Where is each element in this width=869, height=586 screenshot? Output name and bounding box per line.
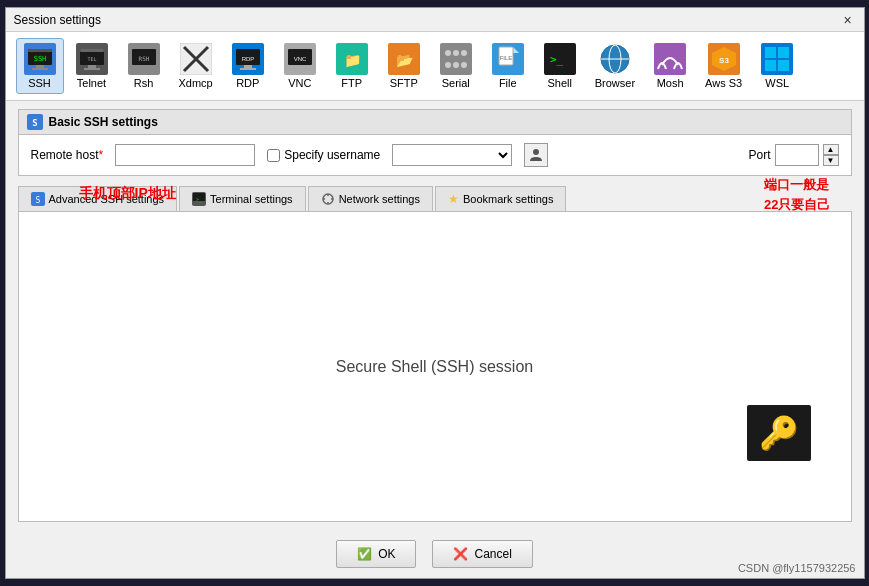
group-body: Remote host* Specify username Port 22 [19, 135, 851, 175]
advanced-tab-icon: S [31, 192, 45, 206]
tool-xdmcp-label: Xdmcp [179, 77, 213, 89]
session-description: Secure Shell (SSH) session [336, 358, 533, 376]
tool-mosh[interactable]: Mosh [646, 38, 694, 94]
tool-vnc[interactable]: VNC VNC [276, 38, 324, 94]
tool-rdp[interactable]: RDP RDP [224, 38, 272, 94]
tool-ssh[interactable]: SSH SSH [16, 38, 64, 94]
svg-rect-10 [84, 68, 100, 70]
port-label: Port [748, 148, 770, 162]
svg-point-68 [323, 198, 325, 200]
network-tab-icon [321, 192, 335, 206]
svg-rect-2 [28, 49, 52, 52]
user-icon-button[interactable] [524, 143, 548, 167]
svg-text:S: S [35, 196, 40, 205]
svg-text:>_: >_ [196, 196, 203, 203]
svg-point-69 [331, 198, 333, 200]
tool-awss3-label: Aws S3 [705, 77, 742, 89]
tool-vnc-label: VNC [288, 77, 311, 89]
group-header-icon: S [27, 114, 43, 130]
tool-rsh[interactable]: RSH Rsh [120, 38, 168, 94]
ssh-key-icon-box: 🔑 [747, 405, 811, 461]
port-spin-down[interactable]: ▼ [823, 155, 839, 166]
svg-rect-4 [32, 68, 48, 70]
watermark: CSDN @fly1157932256 [738, 562, 856, 574]
ok-icon: ✅ [357, 547, 372, 561]
svg-rect-54 [778, 47, 789, 58]
svg-text:TEL: TEL [87, 56, 96, 62]
svg-text:>_: >_ [550, 53, 564, 66]
ok-label: OK [378, 547, 395, 561]
port-group: Port 22 ▲ ▼ [748, 144, 838, 166]
tool-wsl[interactable]: WSL [753, 38, 801, 94]
ssh-key-icon: 🔑 [759, 414, 799, 452]
svg-rect-20 [244, 65, 252, 68]
tool-rsh-label: Rsh [134, 77, 154, 89]
tool-browser-label: Browser [595, 77, 635, 89]
port-spin-up[interactable]: ▲ [823, 144, 839, 155]
required-star: * [99, 148, 104, 162]
tool-shell[interactable]: >_ Shell [536, 38, 584, 94]
tool-sftp[interactable]: 📂 SFTP [380, 38, 428, 94]
bookmark-tab-star-icon: ★ [448, 192, 459, 206]
telnet-icon: TEL [76, 43, 108, 75]
file-icon: FILE [492, 43, 524, 75]
tool-serial[interactable]: Serial [432, 38, 480, 94]
cancel-button[interactable]: ❌ Cancel [432, 540, 532, 568]
tab-network[interactable]: Network settings [308, 186, 433, 211]
ftp-icon: 📁 [336, 43, 368, 75]
tool-xdmcp[interactable]: Xdmcp [172, 38, 220, 94]
window-title: Session settings [14, 13, 101, 27]
browser-icon [599, 43, 631, 75]
tool-browser[interactable]: Browser [588, 38, 642, 94]
user-icon [528, 147, 544, 163]
specify-username-label: Specify username [284, 148, 380, 162]
specify-username-checkbox[interactable] [267, 149, 280, 162]
svg-text:S: S [32, 118, 37, 128]
xdmcp-icon [180, 43, 212, 75]
main-panel: Secure Shell (SSH) session 🔑 [18, 212, 852, 522]
ok-button[interactable]: ✅ OK [336, 540, 416, 568]
basic-settings-group: S Basic SSH settings Remote host* Specif… [18, 109, 852, 176]
svg-rect-56 [778, 60, 789, 71]
tab-terminal[interactable]: >_ Terminal settings [179, 186, 306, 211]
tab-network-label: Network settings [339, 193, 420, 205]
svg-rect-3 [36, 65, 44, 68]
session-settings-window: Session settings × SSH SSH [5, 7, 865, 579]
footer: ✅ OK ❌ Cancel [6, 530, 864, 578]
svg-text:S3: S3 [719, 56, 729, 65]
svg-point-34 [445, 62, 451, 68]
tool-telnet[interactable]: TEL Telnet [68, 38, 116, 94]
specify-username-group: Specify username [267, 148, 380, 162]
ssh-icon: SSH [24, 43, 56, 75]
svg-point-67 [327, 202, 329, 204]
ip-annotation: 手机顶部IP地址 [79, 185, 176, 203]
svg-rect-30 [440, 43, 472, 75]
tab-bookmark[interactable]: ★ Bookmark settings [435, 186, 566, 211]
port-input[interactable]: 22 [775, 144, 819, 166]
tool-ftp[interactable]: 📁 FTP [328, 38, 376, 94]
svg-rect-8 [80, 49, 104, 52]
content-area: S Basic SSH settings Remote host* Specif… [6, 101, 864, 530]
sftp-icon: 📂 [388, 43, 420, 75]
tab-terminal-label: Terminal settings [210, 193, 293, 205]
username-select[interactable] [392, 144, 512, 166]
title-bar: Session settings × [6, 8, 864, 32]
svg-point-35 [453, 62, 459, 68]
tool-ftp-label: FTP [341, 77, 362, 89]
remote-host-input[interactable] [115, 144, 255, 166]
tool-mosh-label: Mosh [657, 77, 684, 89]
svg-rect-53 [765, 47, 776, 58]
svg-text:RSH: RSH [138, 55, 149, 62]
svg-rect-55 [765, 60, 776, 71]
shell-icon: >_ [544, 43, 576, 75]
tool-ssh-label: SSH [28, 77, 51, 89]
close-button[interactable]: × [840, 12, 856, 28]
tool-awss3[interactable]: S3 Aws S3 [698, 38, 749, 94]
tool-wsl-label: WSL [765, 77, 789, 89]
tool-file-label: File [499, 77, 517, 89]
mosh-icon [654, 43, 686, 75]
svg-point-36 [461, 62, 467, 68]
tool-sftp-label: SFTP [390, 77, 418, 89]
cancel-label: Cancel [474, 547, 511, 561]
tool-file[interactable]: FILE File [484, 38, 532, 94]
